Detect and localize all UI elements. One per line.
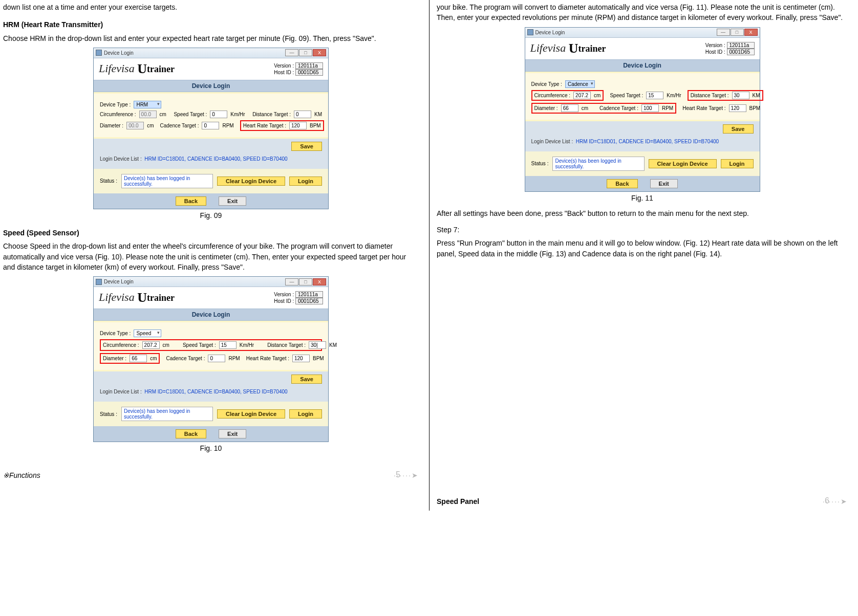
figure-10: Device Login —□X Lifevisa Utrainer Versi… <box>93 276 329 442</box>
minimize-button[interactable]: — <box>285 49 298 56</box>
distance-highlight: Distance Target :30KM <box>688 90 763 101</box>
intro-tail: down list one at a time and enter your e… <box>3 2 419 12</box>
close-button[interactable]: X <box>744 29 758 36</box>
close-button[interactable]: X <box>313 49 326 56</box>
clear-login-button[interactable]: Clear Login Device <box>217 177 285 186</box>
save-button[interactable]: Save <box>291 375 322 384</box>
hrt-highlight: Heart Rate Target :120BPM <box>240 120 324 131</box>
exit-button[interactable]: Exit <box>219 429 246 438</box>
circumference-input[interactable]: 207.2 <box>142 341 160 349</box>
version-block: Version : 120111a Host ID : 0001D65 <box>269 62 323 76</box>
back-button[interactable]: Back <box>607 179 637 188</box>
form-zone: Device Type : HRM Circumference :00.0cm … <box>94 92 328 139</box>
figure-09: Device Login —□X Lifevisa Utrainer Versi… <box>93 48 329 209</box>
hrm-heading: HRM (Heart Rate Transmitter) <box>3 19 419 30</box>
hrm-paragraph: Choose HRM in the drop-down list and ent… <box>3 33 419 43</box>
clear-login-button[interactable]: Clear Login Device <box>649 159 717 168</box>
speed-target-input[interactable]: 15 <box>646 92 663 99</box>
cadence-target-input[interactable]: 100 <box>641 104 659 112</box>
diameter-input[interactable]: 66 <box>561 104 578 112</box>
device-type-select[interactable]: HRM <box>134 101 161 108</box>
minimize-button[interactable]: — <box>285 278 298 285</box>
dots-icon: ······➤ <box>823 497 848 505</box>
login-button[interactable]: Login <box>289 409 322 419</box>
maximize-button[interactable]: □ <box>299 278 312 285</box>
page-6: your bike. The program will convert to d… <box>429 0 858 511</box>
back-button[interactable]: Back <box>176 196 206 206</box>
window-buttons: —□X <box>285 49 326 56</box>
window-title: Device Login <box>104 50 134 56</box>
fig10-caption: Fig. 10 <box>3 443 419 453</box>
cadence-target-input[interactable]: 0 <box>208 355 225 362</box>
diam-cadence-highlight: Diameter :66cm Cadence Target :100RPM <box>531 103 677 114</box>
save-button[interactable]: Save <box>723 124 754 134</box>
footer-functions: ※Functions <box>3 471 40 479</box>
close-button[interactable]: X <box>313 278 326 285</box>
app-logo: Lifevisa Utrainer <box>99 61 175 77</box>
section-bar: Device Login <box>94 80 328 92</box>
page-wrap: down list one at a time and enter your e… <box>0 0 858 511</box>
distance-target-input[interactable]: 30 <box>732 92 749 99</box>
cadence-target-input[interactable]: 0 <box>202 122 219 129</box>
speed-paragraph: Choose Speed in the drop-down list and e… <box>3 241 419 272</box>
footer-speed-panel: Speed Panel <box>437 497 479 505</box>
speed-row-highlight: Circumference :207.2cm Speed Target :15K… <box>100 339 322 351</box>
diameter-input[interactable]: 00.0 <box>126 122 144 129</box>
window-titlebar: Device Login —□X <box>94 48 328 58</box>
diameter-input[interactable]: 66 <box>130 355 147 362</box>
app-icon <box>96 50 102 56</box>
exit-button[interactable]: Exit <box>219 196 246 206</box>
figure-11: Device Login —□X Lifevisa Utrainer Versi… <box>525 27 760 192</box>
circumference-input[interactable]: 207.2 <box>573 92 591 99</box>
diameter-highlight: Diameter :66cm <box>100 353 160 364</box>
fig09-caption: Fig. 09 <box>3 210 419 221</box>
save-button[interactable]: Save <box>291 142 322 151</box>
circumference-input[interactable]: 00.0 <box>139 111 157 118</box>
speed-target-input[interactable]: 15 <box>219 341 237 349</box>
step7-paragraph: Press "Run Program" button in the main m… <box>437 238 848 259</box>
login-button[interactable]: Login <box>721 159 754 168</box>
speed-heading: Speed (Speed Sensor) <box>3 228 419 238</box>
heart-rate-target-input[interactable]: 120 <box>292 355 310 362</box>
app-icon <box>96 279 102 285</box>
minimize-button[interactable]: — <box>717 29 730 36</box>
maximize-button[interactable]: □ <box>731 29 744 36</box>
device-type-select[interactable]: Cadence <box>565 80 595 88</box>
status-box: Device(s) has been logged in successfull… <box>121 174 213 188</box>
device-type-label: Device Type : <box>100 102 131 107</box>
step7-heading: Step 7: <box>437 225 848 235</box>
right-intro: your bike. The program will convert to d… <box>437 2 848 23</box>
clear-login-button[interactable]: Clear Login Device <box>217 409 285 419</box>
circumference-highlight: Circumference :207.2cm <box>531 90 604 101</box>
window-titlebar: Device Login —□X <box>94 277 328 287</box>
maximize-button[interactable]: □ <box>299 49 312 56</box>
window-body: Lifevisa Utrainer Version : 120111a Host… <box>94 58 328 209</box>
distance-target-input[interactable]: 0 <box>294 111 311 118</box>
page-5: down list one at a time and enter your e… <box>0 0 429 511</box>
login-button[interactable]: Login <box>289 177 322 186</box>
dots-icon: ······➤ <box>394 471 419 479</box>
fig11-caption: Fig. 11 <box>437 193 848 203</box>
heart-rate-target-input[interactable]: 120 <box>729 104 746 112</box>
speed-target-input[interactable]: 0 <box>210 111 227 118</box>
app-icon <box>527 29 533 35</box>
login-device-list: HRM ID=C18D01, CADENCE ID=BA0400, SPEED … <box>144 156 287 162</box>
distance-target-input[interactable]: 30| <box>309 341 326 349</box>
exit-button[interactable]: Exit <box>650 179 678 188</box>
heart-rate-target-input[interactable]: 120 <box>289 122 307 129</box>
logo-row: Lifevisa Utrainer Version : 120111a Host… <box>94 58 328 80</box>
after-settings: After all settings have been done, press… <box>437 208 848 218</box>
device-type-select[interactable]: Speed <box>134 329 161 337</box>
back-button[interactable]: Back <box>176 429 206 438</box>
